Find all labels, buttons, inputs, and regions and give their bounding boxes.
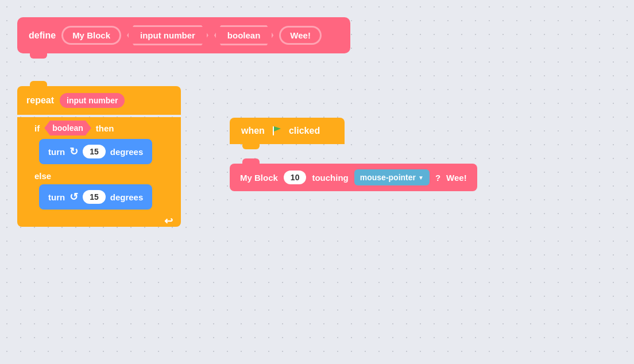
turn-cw-label: turn: [48, 147, 65, 157]
input-number-label[interactable]: input number: [127, 25, 208, 45]
clicked-label: clicked: [289, 126, 320, 136]
repeat-label: repeat: [26, 95, 54, 106]
svg-rect-0: [273, 126, 274, 135]
turn-ccw-label: turn: [48, 192, 65, 202]
turn-ccw-degrees: degrees: [110, 192, 144, 202]
turn-ccw-value[interactable]: 15: [83, 190, 106, 204]
if-block[interactable]: if boolean then turn 15 degrees else tur…: [29, 117, 181, 215]
question-label: ?: [435, 173, 440, 183]
boolean-label[interactable]: boolean: [214, 25, 274, 45]
myblock-call-block[interactable]: My Block 10 touching mouse-pointer ▼ ? W…: [230, 164, 477, 191]
define-block[interactable]: define My Block input number boolean Wee…: [17, 17, 350, 53]
else-label: else: [34, 171, 51, 181]
define-block-group: define My Block input number boolean Wee…: [17, 17, 350, 53]
when-label: when: [241, 126, 265, 136]
turn-ccw-block[interactable]: turn 15 degrees: [39, 184, 152, 210]
turn-cw-degrees: degrees: [110, 147, 144, 157]
when-clicked-group: when clicked: [230, 118, 345, 144]
mouse-pointer-dropdown[interactable]: mouse-pointer ▼: [354, 169, 430, 185]
repeat-body: if boolean then turn 15 degrees else tur…: [17, 117, 181, 215]
myblock-call-label: My Block: [240, 173, 278, 183]
define-label: define: [29, 30, 56, 41]
dropdown-arrow-icon: ▼: [418, 175, 424, 181]
turn-ccw-icon: [69, 191, 78, 203]
wee-label[interactable]: Wee!: [279, 26, 322, 45]
when-clicked-block[interactable]: when clicked: [230, 118, 345, 144]
else-label-container: else: [34, 169, 175, 184]
then-label: then: [96, 123, 114, 133]
repeat-footer: [17, 215, 181, 227]
if-header: if boolean then: [34, 121, 175, 139]
myblock-wee-label: Wee!: [446, 173, 467, 183]
svg-marker-1: [274, 126, 281, 131]
repeat-block-group: repeat input number if boolean then turn…: [17, 86, 181, 227]
myblock-call-group: My Block 10 touching mouse-pointer ▼ ? W…: [230, 164, 477, 191]
turn-cw-block[interactable]: turn 15 degrees: [39, 139, 152, 164]
touching-label: touching: [312, 173, 348, 183]
if-label: if: [34, 123, 40, 133]
my-block-label[interactable]: My Block: [61, 26, 121, 45]
repeat-input-number[interactable]: input number: [60, 93, 125, 108]
mouse-pointer-label: mouse-pointer: [360, 173, 416, 182]
myblock-value[interactable]: 10: [284, 171, 307, 184]
turn-cw-icon: [69, 145, 78, 158]
repeat-block[interactable]: repeat input number: [17, 86, 181, 115]
if-boolean-label[interactable]: boolean: [44, 121, 91, 135]
flag-icon: [270, 125, 283, 137]
turn-cw-value[interactable]: 15: [83, 145, 106, 158]
